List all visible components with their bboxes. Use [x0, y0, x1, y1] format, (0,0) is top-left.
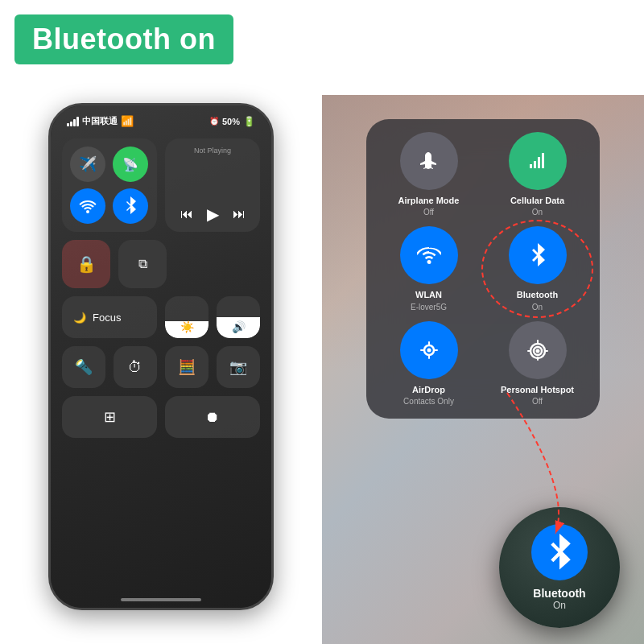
- right-panel: Airplane Mode Off Cellular Data On: [322, 95, 644, 644]
- airdrop-sublabel: Contacts Only: [403, 397, 454, 406]
- cc-item-airdrop: AirDrop Contacts Only: [379, 321, 478, 406]
- big-bluetooth-circle: Bluetooth On: [499, 507, 620, 628]
- phone-frame-left: 中国联通 📶 ⏰ 50% 🔋 ✈️ 📡: [48, 103, 274, 610]
- volume-slider[interactable]: 🔊: [217, 296, 260, 338]
- cc-top-row: ✈️ 📡 Not Playing ⏮: [62, 138, 260, 232]
- bluetooth-button-left[interactable]: [113, 188, 148, 224]
- signal-bars: [67, 117, 79, 126]
- carrier-label: 中国联通: [82, 115, 118, 127]
- airdrop-label: AirDrop: [412, 384, 445, 395]
- header-banner: Bluetooth on: [14, 14, 233, 64]
- play-button[interactable]: ▶: [207, 204, 219, 224]
- hotspot-sublabel: Off: [532, 397, 543, 406]
- media-title: Not Playing: [173, 147, 252, 155]
- lock-rotation-button[interactable]: 🔒: [62, 240, 110, 288]
- hotspot-label: Personal Hotspot: [501, 384, 574, 395]
- flashlight-button[interactable]: 🔦: [62, 346, 105, 388]
- battery-label: 50%: [222, 117, 240, 126]
- big-bt-icon: [531, 524, 588, 580]
- connectivity-group: ✈️ 📡: [62, 138, 157, 232]
- calculator-button[interactable]: 🧮: [165, 346, 208, 388]
- cellular-sublabel: On: [532, 208, 543, 217]
- home-indicator: [121, 598, 201, 601]
- alarm-icon: ⏰: [209, 117, 219, 126]
- airplane-label: Airplane Mode: [398, 195, 460, 206]
- wifi-overlay-button[interactable]: [400, 226, 458, 284]
- airplane-sublabel: Off: [423, 208, 434, 217]
- cc-item-hotspot: Personal Hotspot Off: [488, 321, 587, 406]
- cc-item-wifi: WLAN E-lover5G: [379, 226, 478, 311]
- moon-icon: 🌙: [73, 312, 86, 324]
- cc-overlay-grid: Airplane Mode Off Cellular Data On: [379, 132, 587, 406]
- panels-container: 中国联通 📶 ⏰ 50% 🔋 ✈️ 📡: [0, 95, 644, 644]
- cellular-label: Cellular Data: [510, 195, 564, 206]
- timer-button[interactable]: ⏱: [114, 346, 157, 388]
- next-button[interactable]: ⏭: [233, 207, 246, 221]
- bluetooth-sublabel: On: [532, 303, 543, 312]
- prev-button[interactable]: ⏮: [180, 207, 193, 221]
- hotspot-button[interactable]: [509, 321, 567, 379]
- airplane-mode-button[interactable]: [400, 132, 458, 190]
- record-button[interactable]: ⏺: [165, 396, 260, 438]
- status-left: 中国联通 📶: [67, 115, 134, 127]
- wifi-icon: 📶: [121, 115, 134, 127]
- status-bar: 中国联通 📶 ⏰ 50% 🔋: [51, 105, 271, 132]
- wifi-sublabel: E-lover5G: [411, 303, 447, 312]
- wifi-button[interactable]: [70, 188, 105, 224]
- svg-point-2: [535, 349, 539, 353]
- wifi-label: WLAN: [415, 289, 442, 300]
- media-player: Not Playing ⏮ ▶ ⏭: [165, 138, 260, 232]
- airplane-button[interactable]: ✈️: [70, 147, 105, 182]
- big-bt-sublabel: On: [553, 600, 566, 611]
- big-bt-label: Bluetooth: [533, 587, 585, 600]
- focus-button[interactable]: 🌙 Focus: [62, 296, 157, 338]
- cc-item-cellular: Cellular Data On: [488, 132, 587, 217]
- svg-point-1: [427, 348, 431, 352]
- camera-button[interactable]: 📷: [217, 346, 260, 388]
- tools-row: 🔦 ⏱ 🧮 📷: [62, 346, 260, 388]
- cellular-button[interactable]: 📡: [113, 147, 148, 182]
- airdrop-button[interactable]: [400, 321, 458, 379]
- left-panel: 中国联通 📶 ⏰ 50% 🔋 ✈️ 📡: [0, 95, 322, 644]
- cc-overlay: Airplane Mode Off Cellular Data On: [366, 119, 600, 419]
- cc-grid: ✈️ 📡 Not Playing ⏮: [51, 132, 271, 444]
- cellular-data-button[interactable]: [509, 132, 567, 190]
- bottom-row: ⊞ ⏺: [62, 396, 260, 438]
- focus-label: Focus: [93, 312, 121, 324]
- cc-item-bluetooth: Bluetooth On: [488, 226, 587, 311]
- battery-icon: 🔋: [243, 116, 255, 127]
- brightness-slider[interactable]: ☀️: [165, 296, 208, 338]
- screen-mirror-button[interactable]: ⧉: [118, 240, 167, 288]
- header-title: Bluetooth on: [32, 23, 216, 56]
- status-right: ⏰ 50% 🔋: [209, 116, 255, 127]
- bluetooth-label: Bluetooth: [517, 289, 558, 300]
- bluetooth-overlay-button[interactable]: [509, 226, 567, 284]
- cc-item-airplane: Airplane Mode Off: [379, 132, 478, 217]
- qr-button[interactable]: ⊞: [62, 396, 157, 438]
- media-controls: ⏮ ▶ ⏭: [173, 204, 252, 224]
- phone-screen-left: 中国联通 📶 ⏰ 50% 🔋 ✈️ 📡: [51, 105, 271, 608]
